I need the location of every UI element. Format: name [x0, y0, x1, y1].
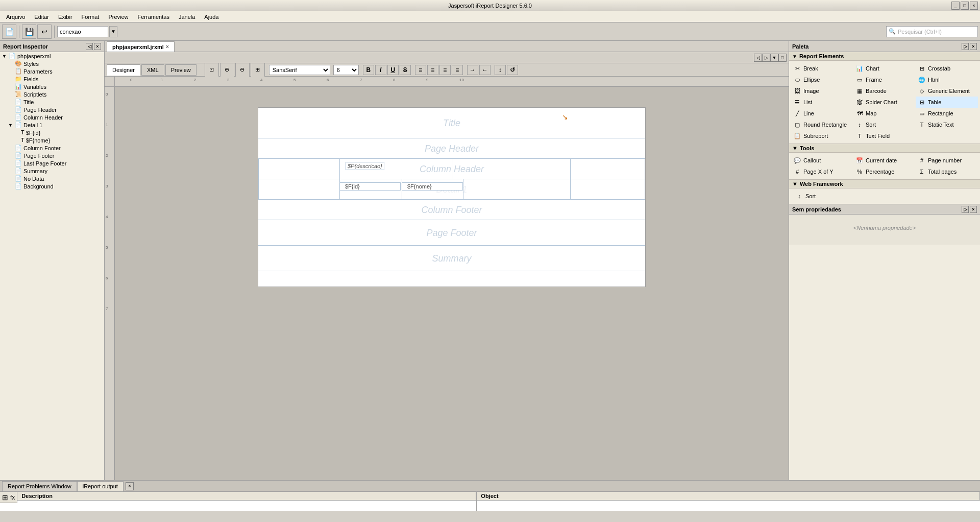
bold-btn[interactable]: B — [363, 65, 374, 75]
palette-percentage[interactable]: % Percentage — [853, 166, 916, 177]
nav-next-btn[interactable]: ▷ — [762, 54, 770, 62]
bottom-tab-problems[interactable]: Report Problems Window — [2, 481, 77, 491]
tree-item-13[interactable]: 📄Page Footer — [0, 152, 104, 159]
palette-round-rectangle[interactable]: ▢ Round Rectangle — [791, 119, 853, 130]
palette-sort[interactable]: ↕ Sort — [853, 119, 916, 130]
zoom-fit-btn[interactable]: ⊡ — [205, 63, 219, 77]
tree-item-2[interactable]: 📋Parameters — [0, 67, 104, 75]
subtab-xml[interactable]: XML — [141, 64, 164, 76]
align-justify-btn[interactable]: ≡ — [452, 65, 463, 75]
palette-chart[interactable]: 📊 Chart — [853, 63, 916, 74]
properties-controls[interactable]: ▷ × — [962, 206, 977, 213]
subtab-designer[interactable]: Designer — [107, 64, 140, 76]
zoom-out-btn[interactable]: ⊖ — [235, 63, 250, 77]
menu-editar[interactable]: Editar — [30, 13, 53, 21]
align-right-btn[interactable]: ≡ — [439, 65, 451, 75]
inspector-controls[interactable]: ◁ × — [86, 43, 101, 50]
tree-item-15[interactable]: 📄Summary — [0, 167, 104, 175]
undo-btn[interactable]: ↩ — [37, 25, 52, 39]
palette-spider-chart[interactable]: 🕸 Spider Chart — [853, 97, 916, 108]
tree-item-12[interactable]: 📄Column Footer — [0, 144, 104, 152]
tab-close-btn[interactable]: × — [166, 44, 169, 50]
palette-web-sort[interactable]: ↕ Sort — [791, 191, 978, 202]
menu-janela[interactable]: Janela — [175, 13, 199, 21]
close-btn[interactable]: × — [970, 2, 978, 10]
palette-current-date[interactable]: 📅 Current date — [853, 155, 916, 166]
maximize-btn[interactable]: □ — [961, 2, 969, 10]
connection-dropdown-arrow[interactable]: ▼ — [109, 26, 117, 37]
tree-item-11[interactable]: T$F{nome} — [0, 136, 104, 144]
tree-item-14[interactable]: 📄Last Page Footer — [0, 159, 104, 167]
align-center-btn[interactable]: ≡ — [427, 65, 438, 75]
menu-ajuda[interactable]: Ajuda — [200, 13, 223, 21]
palette-crosstab[interactable]: ⊞ Crosstab — [916, 63, 978, 74]
nav-max-btn[interactable]: □ — [778, 54, 787, 62]
tree-item-6[interactable]: 📄Title — [0, 98, 104, 106]
palette-callout[interactable]: 💬 Callout — [791, 155, 853, 166]
inspector-close-btn[interactable]: × — [94, 43, 101, 50]
palette-controls[interactable]: ▷ × — [962, 43, 977, 50]
palette-expand-btn[interactable]: ▷ — [962, 43, 969, 50]
field-nome[interactable]: $F{nome} — [402, 182, 463, 191]
report-elements-header[interactable]: ▼ Report Elements — [789, 52, 980, 61]
palette-break[interactable]: ✂ Break — [791, 63, 853, 74]
font-name-select[interactable]: SansSerif — [269, 65, 330, 75]
tree-item-5[interactable]: 📜Scriptlets — [0, 90, 104, 98]
palette-map[interactable]: 🗺 Map — [853, 108, 916, 119]
properties-expand-btn[interactable]: ▷ — [962, 206, 969, 213]
palette-generic-element[interactable]: ◇ Generic Element — [916, 85, 978, 97]
tree-item-1[interactable]: 🎨Styles — [0, 60, 104, 67]
field-descricao[interactable]: $P{descricao} — [346, 162, 384, 170]
palette-line[interactable]: ╱ Line — [791, 108, 853, 119]
tools-section-header[interactable]: ▼ Tools — [789, 144, 980, 153]
tree-item-17[interactable]: 📄Background — [0, 182, 104, 190]
tree-item-7[interactable]: 📄Page Header — [0, 106, 104, 113]
palette-html[interactable]: 🌐 Html — [916, 74, 978, 85]
bottom-tab-output[interactable]: iReport output — [77, 481, 124, 491]
menu-format[interactable]: Format — [78, 13, 104, 21]
palette-barcode[interactable]: ▦ Barcode — [853, 85, 916, 97]
menu-preview[interactable]: Preview — [104, 13, 132, 21]
palette-frame[interactable]: ▭ Frame — [853, 74, 916, 85]
nav-prev-btn[interactable]: ◁ — [754, 54, 762, 62]
outdent-btn[interactable]: ← — [479, 65, 491, 75]
italic-btn[interactable]: I — [375, 65, 386, 75]
web-framework-header[interactable]: ▼ Web Framework — [789, 179, 980, 188]
palette-page-number[interactable]: # Page number — [916, 155, 978, 166]
window-controls[interactable]: _ □ × — [951, 2, 978, 10]
search-box[interactable]: 🔍 Pesquisar (Ctrl+I) — [886, 26, 978, 37]
tree-item-10[interactable]: T$F{id} — [0, 129, 104, 136]
palette-total-pages[interactable]: Σ Total pages — [916, 166, 978, 177]
tree-item-4[interactable]: 📊Variables — [0, 83, 104, 90]
palette-page-x-of-y[interactable]: # Page X of Y — [791, 166, 853, 177]
palette-image[interactable]: 🖼 Image — [791, 85, 853, 97]
save-btn[interactable]: 💾 — [22, 25, 36, 39]
inspector-minimize-btn[interactable]: ◁ — [86, 43, 93, 50]
zoom-in-btn[interactable]: ⊕ — [220, 63, 234, 77]
properties-close-btn[interactable]: × — [970, 206, 977, 213]
menu-ferramentas[interactable]: Ferramentas — [134, 13, 174, 21]
palette-ellipse[interactable]: ⬭ Ellipse — [791, 74, 853, 85]
indent-btn[interactable]: → — [467, 65, 478, 75]
minimize-btn[interactable]: _ — [951, 2, 960, 10]
bottom-icon-grid[interactable]: ⊞ — [2, 493, 8, 502]
subtab-preview[interactable]: Preview — [165, 64, 197, 76]
underline-btn[interactable]: U — [387, 65, 399, 75]
palette-close-btn[interactable]: × — [970, 43, 977, 50]
align-left-btn[interactable]: ≡ — [415, 65, 426, 75]
palette-subreport[interactable]: 📋 Subreport — [791, 130, 853, 141]
palette-list[interactable]: ☰ List — [791, 97, 853, 108]
new-report-btn[interactable]: 📄 — [2, 25, 16, 39]
tree-item-9[interactable]: ▼📄Detail 1 — [0, 121, 104, 129]
palette-rectangle[interactable]: ▭ Rectangle — [916, 108, 978, 119]
menu-exibir[interactable]: Exibir — [54, 13, 77, 21]
tree-item-16[interactable]: 📄No Data — [0, 175, 104, 182]
bottom-close-btn[interactable]: × — [126, 482, 134, 490]
bottom-icon-fx[interactable]: fx — [10, 494, 15, 501]
palette-table[interactable]: ⊞ Table — [916, 97, 978, 108]
rotate-btn[interactable]: ↺ — [507, 65, 518, 75]
nav-menu-btn[interactable]: ▼ — [770, 54, 778, 62]
menu-arquivo[interactable]: Arquivo — [2, 13, 29, 21]
font-size-select[interactable]: 6 — [333, 65, 359, 75]
palette-text-field[interactable]: T Text Field — [853, 130, 916, 141]
